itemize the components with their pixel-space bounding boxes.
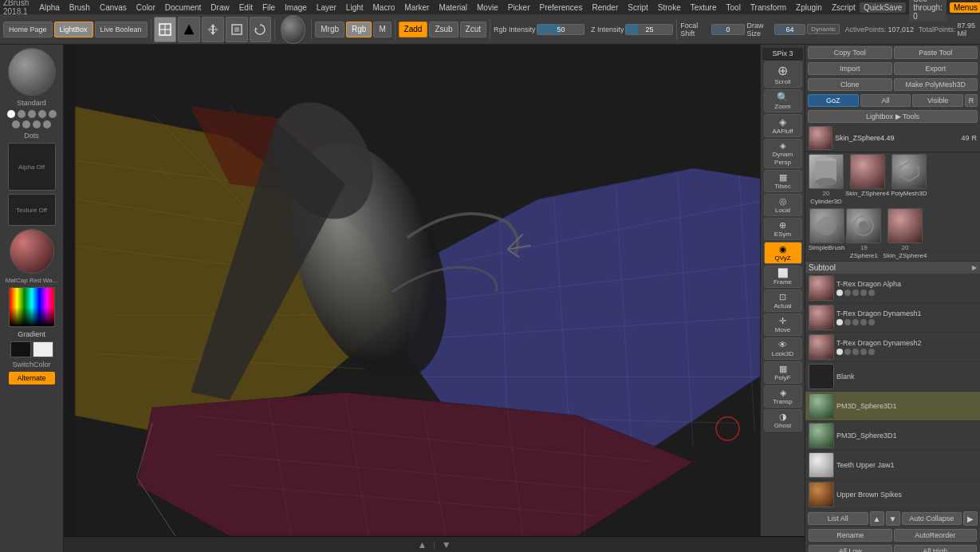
menu-transform[interactable]: Transform [746,2,790,13]
import-btn[interactable]: Import [808,62,892,75]
alternate-btn[interactable]: Alternate [9,372,55,384]
dot-5[interactable] [49,110,57,118]
dot-6[interactable] [12,120,20,128]
menu-marker[interactable]: Marker [400,2,433,13]
export-btn[interactable]: Export [894,62,978,75]
copy-tool-btn[interactable]: Copy Tool [808,46,892,59]
zsub-btn[interactable]: Zsub [429,22,458,37]
all-btn[interactable]: All [860,94,911,107]
menu-document[interactable]: Document [161,2,206,13]
subtool-ctrl-3c[interactable] [860,349,867,355]
subtool-vis-2[interactable] [836,319,843,325]
list-all-btn[interactable]: List All [808,512,868,525]
rename-btn[interactable]: Rename [809,529,892,542]
menu-zscript[interactable]: Zscript [828,2,860,13]
esym-btn[interactable]: ⊕ ESym [764,218,802,240]
menu-picker[interactable]: Picker [504,2,534,13]
bottom-arrow-down[interactable]: ▼ [442,539,451,550]
dot-1[interactable] [7,110,15,118]
edit-btn[interactable] [154,17,176,42]
actual-btn[interactable]: ⊡ Actual [764,290,802,312]
draw-size-slider[interactable]: 64 [774,24,806,35]
menu-draw[interactable]: Draw [207,2,233,13]
subtool-item-teeth[interactable]: Teeth Upper Jaw1 [805,451,980,480]
all-high-btn[interactable]: All High [894,545,978,552]
tilsec-btn[interactable]: ▦ Tilsec [764,170,802,192]
menu-render[interactable]: Render [588,2,622,13]
mrgb-btn[interactable]: Mrgb [315,22,344,37]
subtool-ctrl-2a[interactable] [844,319,851,325]
subtool-section[interactable]: Subtool ▶ [805,261,980,274]
subtool-item-blank[interactable]: Blank [805,362,980,392]
focal-shift-slider[interactable]: 0 [711,24,746,35]
live-boolean-btn[interactable]: Live Boolean [95,22,148,37]
local-btn[interactable]: ◎ Local [764,194,802,216]
auto-collapse-arrow[interactable]: ▶ [963,511,978,526]
polyf-btn[interactable]: ▦ PolyF [764,361,802,384]
subtool-item-brown[interactable]: Upper Brown Spikes [805,480,980,510]
auto-reorder-btn[interactable]: AutoReorder [894,529,978,542]
menu-macro[interactable]: Macro [369,2,399,13]
goz-btn[interactable]: GoZ [808,94,859,107]
subtool-ctrl-2d[interactable] [868,319,875,325]
list-down-btn[interactable]: ▼ [886,511,900,526]
subtool-item-pm3d-2[interactable]: PM3D_Sphere3D1 [805,421,980,451]
menus-btn[interactable]: Menus [950,2,980,13]
home-page-btn[interactable]: Home Page [3,22,53,37]
color-white[interactable] [33,341,53,357]
subtool-item-1[interactable]: T-Rex Dragon Alpha [805,274,980,303]
visible-btn[interactable]: Visible [912,94,963,107]
menu-color[interactable]: Color [132,2,159,13]
menu-script[interactable]: Script [624,2,652,13]
menu-texture[interactable]: Texture [687,2,721,13]
texture-preview[interactable]: Texture Off [8,194,56,226]
subtool-ctrl-3d[interactable] [868,349,875,355]
subtool-ctrl-2b[interactable] [852,319,859,325]
menu-movie[interactable]: Movie [473,2,502,13]
rotate-btn[interactable] [250,17,272,42]
matcap-preview[interactable] [10,229,54,274]
subtool-ctrl-2c[interactable] [860,319,867,325]
dot-4[interactable] [38,110,46,118]
subtool-ctrl-1a[interactable] [844,290,851,296]
brush-sphere[interactable] [8,48,56,96]
alpha-preview[interactable]: Alpha Off [8,143,56,191]
menu-tool[interactable]: Tool [722,2,745,13]
tool-thumb-zsphere[interactable]: 19 ZSphere1 [846,208,881,259]
zoom-btn[interactable]: 🔍 Zoom [764,89,802,112]
menu-zplugin[interactable]: Zplugin [792,2,826,13]
ghost-btn[interactable]: ◑ Ghost [764,409,802,432]
clone-btn[interactable]: Clone [808,78,892,91]
brush-label[interactable]: Standard [17,99,46,107]
rgb-btn[interactable]: Rgb [346,22,372,37]
menu-file[interactable]: File [258,2,279,13]
r-btn[interactable]: R [965,94,978,107]
color-black[interactable] [10,341,31,357]
dynam-btn[interactable]: ◈ DynamPersp [764,139,802,168]
lightbox-btn[interactable]: LightBox [54,22,93,37]
zadd-btn[interactable]: Zadd [399,22,428,37]
rgb-intensity-slider[interactable]: 50 [537,24,584,35]
subtool-vis-1[interactable] [836,290,843,296]
menu-canvas[interactable]: Canvas [96,2,131,13]
quicksave-btn[interactable]: QuickSave [860,2,906,13]
auto-collapse-btn[interactable]: Auto Collapse [902,512,962,525]
qvyz-btn[interactable]: ◉ QVyZ [764,242,802,264]
look3d-btn[interactable]: 👁 Look3D [764,337,802,360]
tool-thumb-skin2[interactable]: 20 Skin_ZSphere4 [883,208,927,259]
aafluff-btn[interactable]: ◈ AAFluff [764,114,802,137]
tool-thumb-cylinder[interactable]: 20 Cylinder3D [809,154,844,205]
menu-brush[interactable]: Brush [65,2,94,13]
dot-7[interactable] [22,120,30,128]
move3d-btn[interactable]: ✛ Move [764,313,802,336]
lightbox-tools-btn[interactable]: Lightbox ▶ Tools [808,110,978,123]
seethrough-btn[interactable]: See-through: 0 [909,0,947,22]
all-low-btn[interactable]: All Low [809,545,892,552]
dot-3[interactable] [28,110,36,118]
menu-preferences[interactable]: Preferences [536,2,587,13]
make-polymesh-btn[interactable]: Make PolyMesh3D [894,78,978,91]
scroll-btn[interactable]: ⊕ Scroll [764,61,802,88]
draw-btn[interactable] [178,17,200,42]
transp-btn[interactable]: ◈ Transp [764,385,802,408]
scale-btn[interactable] [226,17,248,42]
